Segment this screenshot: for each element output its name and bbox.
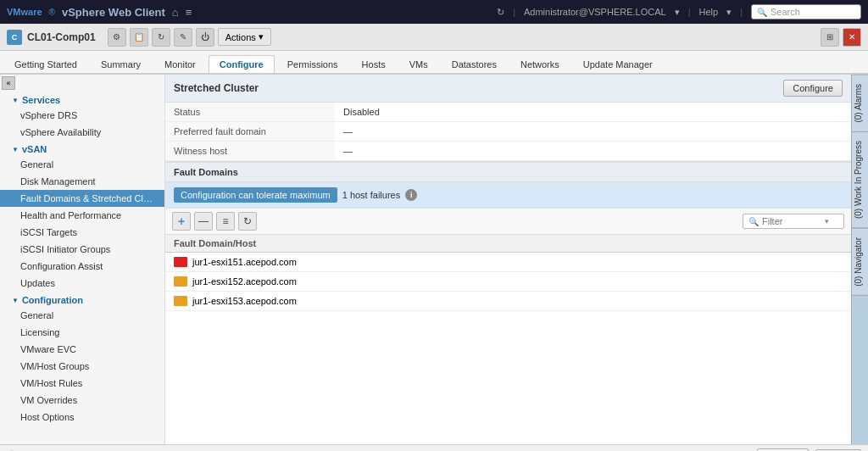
tab-summary[interactable]: Summary xyxy=(90,55,152,73)
sidebar-item-vsphere-drs[interactable]: vSphere DRS xyxy=(0,107,164,124)
sidebar-section-configuration[interactable]: ▼ Configuration xyxy=(0,292,164,307)
services-label: Services xyxy=(22,95,60,105)
top-bar: VMware ® vSphere Web Client ⌂ ≡ ↻ | Admi… xyxy=(0,0,868,24)
action-btn-5[interactable]: ⏻ xyxy=(196,28,214,47)
preferred-fault-domain-row: Preferred fault domain — xyxy=(165,122,851,142)
help-label[interactable]: Help xyxy=(699,7,719,17)
home-icon[interactable]: ⌂ xyxy=(172,6,179,19)
refresh-btn[interactable]: ↻ xyxy=(238,212,257,231)
tab-monitor[interactable]: Monitor xyxy=(153,55,207,73)
cluster-icon: C xyxy=(7,30,22,45)
layout-icon[interactable]: ⊞ xyxy=(821,28,839,47)
tab-configure[interactable]: Configure xyxy=(209,55,275,73)
tab-permissions[interactable]: Permissions xyxy=(276,55,349,73)
configure-button[interactable]: Configure xyxy=(783,80,843,97)
tab-vms[interactable]: VMs xyxy=(398,55,439,73)
menu-icon[interactable]: ≡ xyxy=(186,6,192,19)
vsan-arrow: ▼ xyxy=(12,146,19,153)
sidebar-item-licensing[interactable]: Licensing xyxy=(0,324,164,341)
sidebar-item-vmware-evc[interactable]: VMware EVC xyxy=(0,341,164,358)
tab-update-manager[interactable]: Update Manager xyxy=(572,55,664,73)
stretched-cluster-title: Stretched Cluster xyxy=(174,82,259,94)
sidebar-item-disk-management[interactable]: Disk Management xyxy=(0,173,164,190)
filter-dropdown-icon[interactable]: ▾ xyxy=(825,217,829,226)
main-layout: « ▼ Services vSphere DRS vSphere Availab… xyxy=(0,75,868,444)
filter-box[interactable]: 🔍 ▾ xyxy=(743,214,844,229)
action-btn-2[interactable]: 📋 xyxy=(130,28,148,47)
sidebar-item-iscsi-initiator[interactable]: iSCSI Initiator Groups xyxy=(0,241,164,258)
fault-domains-section: Fault Domains Configuration can tolerate… xyxy=(165,161,851,396)
sidebar-item-vm-host-groups[interactable]: VM/Host Groups xyxy=(0,358,164,375)
search-placeholder: Search xyxy=(771,7,800,17)
sidebar-section-services[interactable]: ▼ Services xyxy=(0,92,164,107)
tab-hosts[interactable]: Hosts xyxy=(351,55,397,73)
sidebar-content: ▼ Services vSphere DRS vSphere Availabil… xyxy=(0,92,164,426)
top-bar-right: ↻ | Administrator@VSPHERE.LOCAL ▾ | Help… xyxy=(497,4,861,19)
action-btn-1[interactable]: ⚙ xyxy=(108,28,126,47)
separator2: | xyxy=(688,7,691,17)
witness-host-label: Witness host xyxy=(165,142,335,161)
host-row-1[interactable]: jur1-esxi151.acepod.com xyxy=(165,253,851,272)
refresh-icon[interactable]: ↻ xyxy=(497,7,504,18)
configuration-arrow: ▼ xyxy=(12,297,19,304)
list-view-btn[interactable]: ≡ xyxy=(216,212,235,231)
tolerate-value: 1 host failures xyxy=(342,190,400,200)
separator1: | xyxy=(513,7,515,17)
sidebar-item-health-performance[interactable]: Health and Performance xyxy=(0,207,164,224)
help-dropdown-icon[interactable]: ▾ xyxy=(726,7,732,18)
status-label: Status xyxy=(165,103,335,122)
close-icon[interactable]: ✕ xyxy=(843,28,861,47)
sidebar-item-fault-domains[interactable]: Fault Domains & Stretched Cluster xyxy=(0,190,164,207)
services-arrow: ▼ xyxy=(12,97,19,104)
sidebar-item-host-options[interactable]: Host Options xyxy=(0,409,164,426)
fault-domains-header: Fault Domains xyxy=(165,161,851,182)
right-tab-alarms[interactable]: (0) Alarms xyxy=(852,75,868,131)
preferred-fault-domain-label: Preferred fault domain xyxy=(165,122,335,142)
tab-datastores[interactable]: Datastores xyxy=(441,55,508,73)
object-bar: C CL01-Comp01 ⚙ 📋 ↻ ✎ ⏻ Actions ▾ ⊞ ✕ xyxy=(0,24,868,51)
info-icon[interactable]: i xyxy=(405,189,417,201)
status-value: Disabled xyxy=(335,103,851,122)
stretched-cluster-header: Stretched Cluster Configure xyxy=(165,75,851,103)
user-label[interactable]: Administrator@VSPHERE.LOCAL xyxy=(524,7,666,17)
tab-networks[interactable]: Networks xyxy=(509,55,570,73)
configuration-label: Configuration xyxy=(22,295,83,305)
witness-host-value: — xyxy=(335,142,851,161)
vmware-logo: VMware xyxy=(7,7,42,17)
sidebar-section-vsan[interactable]: ▼ vSAN xyxy=(0,141,164,156)
host-row-2[interactable]: jur1-esxi152.acepod.com xyxy=(165,272,851,292)
sidebar-item-general-config[interactable]: General xyxy=(0,307,164,324)
empty-space xyxy=(165,311,851,396)
filter-input[interactable] xyxy=(762,216,821,226)
status-row: Status Disabled xyxy=(165,103,851,122)
app-title: vSphere Web Client xyxy=(62,6,165,19)
sidebar-item-general-vsan[interactable]: General xyxy=(0,156,164,173)
fault-domain-column-header: Fault Domain/Host xyxy=(165,235,851,253)
host-icon-2 xyxy=(174,276,187,287)
remove-fault-domain-btn[interactable]: — xyxy=(194,212,213,231)
sidebar-item-vm-overrides[interactable]: VM Overrides xyxy=(0,392,164,409)
sidebar-collapse-btn[interactable]: « xyxy=(2,76,15,90)
right-tab-navigator[interactable]: (0) Navigator xyxy=(852,228,868,296)
search-box[interactable]: 🔍 Search xyxy=(751,4,861,19)
action-btn-4[interactable]: ✎ xyxy=(174,28,192,47)
sidebar-item-updates[interactable]: Updates xyxy=(0,275,164,292)
filter-icon: 🔍 xyxy=(748,217,759,226)
host-name-2: jur1-esxi152.acepod.com xyxy=(192,276,297,287)
tab-bar: Getting Started Summary Monitor Configur… xyxy=(0,51,868,75)
cluster-name: CL01-Comp01 xyxy=(27,31,96,43)
add-fault-domain-btn[interactable]: + xyxy=(172,212,191,231)
user-dropdown-icon[interactable]: ▾ xyxy=(675,7,680,18)
right-panel: (0) Alarms (0) Work In Progress (0) Navi… xyxy=(851,75,868,444)
sidebar-item-vsphere-availability[interactable]: vSphere Availability xyxy=(0,124,164,141)
action-btn-3[interactable]: ↻ xyxy=(152,28,170,47)
host-row-3[interactable]: jur1-esxi153.acepod.com xyxy=(165,292,851,311)
sidebar-item-iscsi-targets[interactable]: iSCSI Targets xyxy=(0,224,164,241)
tab-getting-started[interactable]: Getting Started xyxy=(3,55,88,73)
sidebar-item-vm-host-rules[interactable]: VM/Host Rules xyxy=(0,375,164,392)
host-icon-3 xyxy=(174,296,187,306)
actions-dropdown-btn[interactable]: Actions ▾ xyxy=(218,28,271,46)
right-tab-work-in-progress[interactable]: (0) Work In Progress xyxy=(852,131,868,228)
sidebar-item-config-assist[interactable]: Configuration Assist xyxy=(0,258,164,275)
fault-domains-toolbar: + — ≡ ↻ 🔍 ▾ xyxy=(165,209,851,235)
